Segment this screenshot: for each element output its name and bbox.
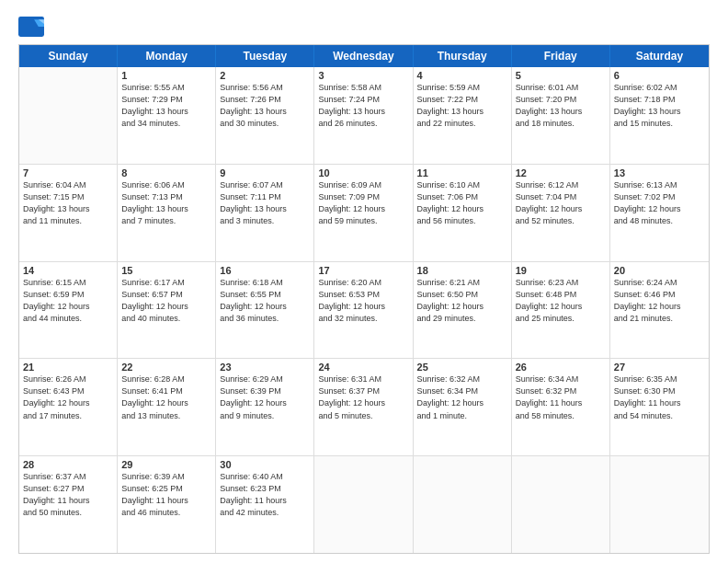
cal-cell: 22Sunrise: 6:28 AM Sunset: 6:41 PM Dayli… [118, 359, 216, 455]
day-number: 22 [121, 362, 211, 373]
day-info: Sunrise: 6:10 AM Sunset: 7:06 PM Dayligh… [417, 179, 507, 227]
cal-cell [512, 456, 610, 553]
cal-cell: 26Sunrise: 6:34 AM Sunset: 6:32 PM Dayli… [512, 359, 610, 455]
day-number: 23 [220, 362, 310, 373]
day-number: 28 [23, 459, 113, 470]
day-number: 3 [318, 70, 408, 81]
day-number: 5 [516, 70, 606, 81]
cal-cell: 14Sunrise: 6:15 AM Sunset: 6:59 PM Dayli… [19, 262, 118, 359]
day-info: Sunrise: 6:37 AM Sunset: 6:27 PM Dayligh… [23, 471, 113, 519]
day-info: Sunrise: 6:26 AM Sunset: 6:43 PM Dayligh… [23, 373, 113, 421]
day-info: Sunrise: 6:18 AM Sunset: 6:55 PM Dayligh… [220, 277, 310, 325]
day-info: Sunrise: 6:02 AM Sunset: 7:18 PM Dayligh… [614, 82, 705, 130]
week-row-4: 21Sunrise: 6:26 AM Sunset: 6:43 PM Dayli… [19, 359, 709, 456]
cal-cell: 5Sunrise: 6:01 AM Sunset: 7:20 PM Daylig… [512, 67, 610, 164]
day-info: Sunrise: 6:24 AM Sunset: 6:46 PM Dayligh… [614, 277, 705, 325]
cal-cell: 16Sunrise: 6:18 AM Sunset: 6:55 PM Dayli… [216, 262, 314, 359]
cal-cell: 11Sunrise: 6:10 AM Sunset: 7:06 PM Dayli… [414, 165, 512, 261]
cal-cell: 7Sunrise: 6:04 AM Sunset: 7:15 PM Daylig… [19, 165, 118, 261]
cal-cell [19, 67, 118, 164]
day-info: Sunrise: 5:55 AM Sunset: 7:29 PM Dayligh… [121, 82, 211, 130]
day-info: Sunrise: 6:31 AM Sunset: 6:37 PM Dayligh… [318, 373, 408, 421]
day-info: Sunrise: 6:15 AM Sunset: 6:59 PM Dayligh… [23, 277, 113, 325]
day-info: Sunrise: 6:20 AM Sunset: 6:53 PM Dayligh… [318, 277, 408, 325]
day-info: Sunrise: 5:59 AM Sunset: 7:22 PM Dayligh… [417, 82, 507, 130]
day-info: Sunrise: 6:40 AM Sunset: 6:23 PM Dayligh… [220, 471, 310, 519]
cal-cell: 19Sunrise: 6:23 AM Sunset: 6:48 PM Dayli… [512, 262, 610, 359]
cal-cell: 10Sunrise: 6:09 AM Sunset: 7:09 PM Dayli… [314, 165, 413, 261]
header-day-tuesday: Tuesday [216, 45, 314, 67]
day-number: 17 [318, 265, 408, 276]
day-number: 6 [614, 70, 705, 81]
cal-cell: 30Sunrise: 6:40 AM Sunset: 6:23 PM Dayli… [216, 456, 314, 553]
header-day-thursday: Thursday [414, 45, 512, 67]
day-number: 14 [23, 265, 113, 276]
day-info: Sunrise: 6:32 AM Sunset: 6:34 PM Dayligh… [417, 373, 507, 421]
header-day-saturday: Saturday [610, 45, 709, 67]
header-day-wednesday: Wednesday [314, 45, 413, 67]
day-number: 4 [417, 70, 507, 81]
cal-cell: 6Sunrise: 6:02 AM Sunset: 7:18 PM Daylig… [610, 67, 709, 164]
day-number: 13 [614, 167, 705, 178]
day-number: 18 [417, 265, 507, 276]
cal-cell: 21Sunrise: 6:26 AM Sunset: 6:43 PM Dayli… [19, 359, 118, 455]
day-number: 30 [220, 459, 310, 470]
day-number: 11 [417, 167, 507, 178]
header-day-sunday: Sunday [19, 45, 118, 67]
day-info: Sunrise: 6:35 AM Sunset: 6:30 PM Dayligh… [614, 373, 705, 421]
cal-cell: 28Sunrise: 6:37 AM Sunset: 6:27 PM Dayli… [19, 456, 118, 553]
cal-cell: 13Sunrise: 6:13 AM Sunset: 7:02 PM Dayli… [610, 165, 709, 261]
day-info: Sunrise: 6:23 AM Sunset: 6:48 PM Dayligh… [516, 277, 606, 325]
week-row-2: 7Sunrise: 6:04 AM Sunset: 7:15 PM Daylig… [19, 165, 709, 262]
day-info: Sunrise: 6:09 AM Sunset: 7:09 PM Dayligh… [318, 179, 408, 227]
cal-cell: 1Sunrise: 5:55 AM Sunset: 7:29 PM Daylig… [118, 67, 216, 164]
day-info: Sunrise: 5:58 AM Sunset: 7:24 PM Dayligh… [318, 82, 408, 130]
day-number: 26 [516, 362, 606, 373]
day-number: 2 [220, 70, 310, 81]
cal-cell: 9Sunrise: 6:07 AM Sunset: 7:11 PM Daylig… [216, 165, 314, 261]
day-number: 8 [121, 167, 211, 178]
day-info: Sunrise: 6:21 AM Sunset: 6:50 PM Dayligh… [417, 277, 507, 325]
cal-cell: 2Sunrise: 5:56 AM Sunset: 7:26 PM Daylig… [216, 67, 314, 164]
day-info: Sunrise: 6:17 AM Sunset: 6:57 PM Dayligh… [121, 277, 211, 325]
day-info: Sunrise: 6:39 AM Sunset: 6:25 PM Dayligh… [121, 471, 211, 519]
cal-cell: 3Sunrise: 5:58 AM Sunset: 7:24 PM Daylig… [314, 67, 413, 164]
day-number: 20 [614, 265, 705, 276]
header [18, 17, 710, 37]
calendar: SundayMondayTuesdayWednesdayThursdayFrid… [18, 44, 710, 554]
calendar-body: 1Sunrise: 5:55 AM Sunset: 7:29 PM Daylig… [19, 67, 709, 553]
cal-cell: 23Sunrise: 6:29 AM Sunset: 6:39 PM Dayli… [216, 359, 314, 455]
week-row-1: 1Sunrise: 5:55 AM Sunset: 7:29 PM Daylig… [19, 67, 709, 165]
header-day-monday: Monday [118, 45, 216, 67]
cal-cell: 25Sunrise: 6:32 AM Sunset: 6:34 PM Dayli… [414, 359, 512, 455]
cal-cell: 15Sunrise: 6:17 AM Sunset: 6:57 PM Dayli… [118, 262, 216, 359]
cal-cell [314, 456, 413, 553]
day-info: Sunrise: 6:04 AM Sunset: 7:15 PM Dayligh… [23, 179, 113, 227]
cal-cell: 4Sunrise: 5:59 AM Sunset: 7:22 PM Daylig… [414, 67, 512, 164]
day-info: Sunrise: 6:29 AM Sunset: 6:39 PM Dayligh… [220, 373, 310, 421]
cal-cell: 17Sunrise: 6:20 AM Sunset: 6:53 PM Dayli… [314, 262, 413, 359]
day-info: Sunrise: 6:28 AM Sunset: 6:41 PM Dayligh… [121, 373, 211, 421]
day-number: 7 [23, 167, 113, 178]
day-info: Sunrise: 6:13 AM Sunset: 7:02 PM Dayligh… [614, 179, 705, 227]
week-row-5: 28Sunrise: 6:37 AM Sunset: 6:27 PM Dayli… [19, 456, 709, 553]
cal-cell [414, 456, 512, 553]
cal-cell: 29Sunrise: 6:39 AM Sunset: 6:25 PM Dayli… [118, 456, 216, 553]
day-number: 19 [516, 265, 606, 276]
day-number: 10 [318, 167, 408, 178]
week-row-3: 14Sunrise: 6:15 AM Sunset: 6:59 PM Dayli… [19, 262, 709, 360]
day-info: Sunrise: 6:01 AM Sunset: 7:20 PM Dayligh… [516, 82, 606, 130]
day-info: Sunrise: 6:06 AM Sunset: 7:13 PM Dayligh… [121, 179, 211, 227]
day-number: 16 [220, 265, 310, 276]
day-number: 9 [220, 167, 310, 178]
day-number: 12 [516, 167, 606, 178]
cal-cell: 27Sunrise: 6:35 AM Sunset: 6:30 PM Dayli… [610, 359, 709, 455]
day-info: Sunrise: 6:07 AM Sunset: 7:11 PM Dayligh… [220, 179, 310, 227]
day-info: Sunrise: 5:56 AM Sunset: 7:26 PM Dayligh… [220, 82, 310, 130]
calendar-header: SundayMondayTuesdayWednesdayThursdayFrid… [19, 45, 709, 67]
page: SundayMondayTuesdayWednesdayThursdayFrid… [0, 0, 728, 563]
day-number: 15 [121, 265, 211, 276]
day-number: 21 [23, 362, 113, 373]
cal-cell: 12Sunrise: 6:12 AM Sunset: 7:04 PM Dayli… [512, 165, 610, 261]
day-number: 27 [614, 362, 705, 373]
